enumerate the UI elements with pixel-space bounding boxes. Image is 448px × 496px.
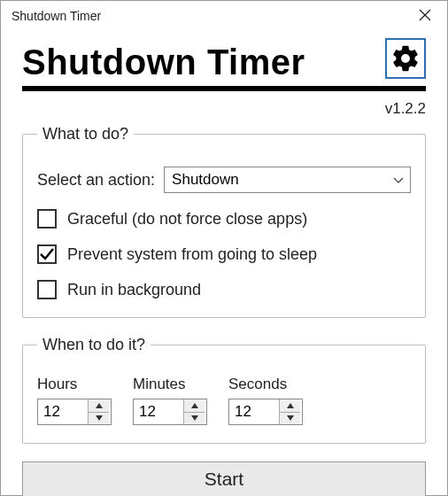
minutes-column: Minutes <box>133 376 207 425</box>
minutes-up-button[interactable] <box>184 399 205 413</box>
chevron-down-icon <box>96 415 103 421</box>
close-button[interactable] <box>412 4 438 27</box>
svg-marker-2 <box>96 403 103 408</box>
action-select-value: Shutdown <box>172 171 239 189</box>
svg-marker-6 <box>287 403 294 408</box>
background-row: Run in background <box>37 280 411 299</box>
chevron-down-icon <box>287 415 294 421</box>
chevron-up-icon <box>287 403 294 408</box>
graceful-row: Graceful (do not force close apps) <box>37 209 411 229</box>
svg-marker-4 <box>191 403 198 408</box>
minutes-spinner <box>133 399 207 425</box>
seconds-down-button[interactable] <box>280 413 300 425</box>
select-action-label: Select an action: <box>37 171 155 190</box>
start-button[interactable]: Start <box>22 461 426 496</box>
chevron-up-icon <box>96 403 103 408</box>
when-legend: When to do it? <box>37 336 151 354</box>
background-label[interactable]: Run in background <box>67 281 201 299</box>
when-group: When to do it? Hours Minutes <box>22 336 426 444</box>
graceful-label[interactable]: Graceful (do not force close apps) <box>67 210 307 229</box>
titlebar: Shutdown Timer <box>1 1 447 31</box>
settings-button[interactable] <box>385 38 426 79</box>
seconds-spinner <box>228 399 303 425</box>
header-row: Shutdown Timer <box>22 38 426 91</box>
window-title: Shutdown Timer <box>12 9 101 23</box>
time-columns: Hours Minutes <box>37 376 411 425</box>
background-checkbox[interactable] <box>37 280 57 299</box>
app-window: Shutdown Timer Shutdown Timer v1.2.2 Wha… <box>0 0 448 496</box>
seconds-label: Seconds <box>228 376 303 393</box>
hours-column: Hours <box>37 376 112 425</box>
graceful-checkbox[interactable] <box>37 209 57 229</box>
seconds-up-button[interactable] <box>280 399 300 413</box>
chevron-up-icon <box>191 403 198 408</box>
minutes-input[interactable] <box>134 399 183 424</box>
minutes-label: Minutes <box>133 376 207 393</box>
prevent-sleep-checkbox[interactable] <box>37 244 57 264</box>
minutes-spinner-buttons <box>183 399 205 424</box>
svg-marker-3 <box>96 415 103 421</box>
action-select[interactable]: Shutdown <box>164 167 411 193</box>
minutes-down-button[interactable] <box>184 413 205 425</box>
what-legend: What to do? <box>37 125 134 143</box>
close-icon <box>419 9 431 21</box>
hours-spinner <box>37 399 112 425</box>
svg-marker-7 <box>287 415 294 421</box>
what-to-do-group: What to do? Select an action: Shutdown G… <box>22 125 426 318</box>
action-row: Select an action: Shutdown <box>37 167 411 193</box>
seconds-spinner-buttons <box>279 399 300 424</box>
gear-icon <box>390 43 421 74</box>
hours-up-button[interactable] <box>89 399 109 413</box>
seconds-column: Seconds <box>228 376 303 425</box>
hours-label: Hours <box>37 376 112 393</box>
check-icon <box>39 246 55 262</box>
prevent-sleep-label[interactable]: Prevent system from going to sleep <box>67 245 317 264</box>
prevent-sleep-row: Prevent system from going to sleep <box>37 244 411 264</box>
svg-marker-5 <box>191 415 198 421</box>
hours-down-button[interactable] <box>89 413 109 425</box>
app-title: Shutdown Timer <box>22 43 305 81</box>
seconds-input[interactable] <box>229 399 279 424</box>
start-button-label: Start <box>205 469 243 490</box>
chevron-down-icon <box>191 415 198 421</box>
content-area: Shutdown Timer v1.2.2 What to do? Select… <box>1 31 447 496</box>
version-label: v1.2.2 <box>22 100 426 118</box>
hours-spinner-buttons <box>88 399 109 424</box>
hours-input[interactable] <box>38 399 88 424</box>
